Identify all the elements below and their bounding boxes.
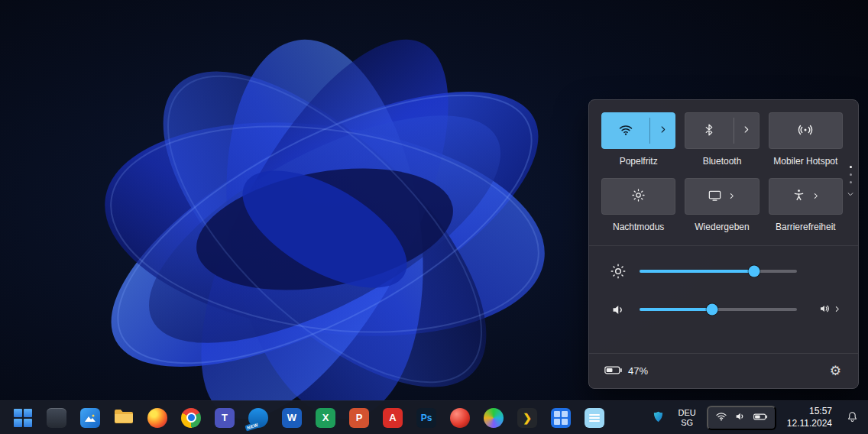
outlook-new-badge: NEW: [245, 421, 260, 431]
accessibility-tile-label: Barrierefreiheit: [769, 222, 843, 233]
chevron-right-icon: [833, 304, 841, 316]
outlook-button[interactable]: NEW: [245, 404, 272, 432]
start-button[interactable]: [9, 404, 37, 432]
cast-tile-label: Wiedergeben: [685, 222, 759, 233]
battery-percent-label: 47%: [628, 365, 648, 377]
pinned-app-grid[interactable]: [547, 404, 575, 432]
hotspot-tile-label: Mobiler Hotspot: [769, 156, 843, 167]
chevron-right-icon: [658, 125, 668, 137]
color-sphere-app-icon: [484, 408, 504, 428]
folder-icon: [114, 408, 134, 427]
bluetooth-toggle-button[interactable]: [685, 113, 733, 148]
clock-tray-button[interactable]: 15:57 12.11.2024: [784, 403, 835, 432]
volume-slider-thumb[interactable]: [706, 304, 717, 316]
wifi-icon: [618, 122, 633, 140]
excel-button[interactable]: X: [312, 404, 339, 432]
volume-slider-fill: [640, 308, 712, 311]
bluetooth-tile-label: Bluetooth: [685, 156, 759, 167]
quick-settings-panel: Popelfritz Bluetooth: [588, 99, 859, 389]
pinned-app-red-sphere[interactable]: [446, 404, 474, 432]
volume-speaker-icon: [609, 302, 627, 318]
night-mode-icon: [631, 188, 646, 205]
audio-output-icon: [818, 302, 832, 318]
word-button[interactable]: W: [278, 404, 306, 432]
brightness-slider-fill: [640, 270, 754, 273]
powerpoint-button[interactable]: P: [345, 404, 373, 432]
clock: 15:57 12.11.2024: [787, 406, 832, 429]
pinned-app-photos[interactable]: [76, 404, 104, 432]
taskbar-pinned-apps: T NEW W X P A Ps ❯: [9, 404, 608, 432]
keyboard-layout-indicator[interactable]: DEU SG: [675, 405, 699, 430]
excel-icon: X: [316, 408, 335, 428]
volume-slider[interactable]: [640, 308, 797, 311]
security-shield-icon: [652, 410, 665, 426]
teams-button[interactable]: T: [211, 404, 238, 432]
volume-row: [589, 290, 858, 329]
photoshop-button[interactable]: Ps: [413, 404, 440, 432]
windows-security-tray-button[interactable]: [649, 407, 668, 429]
window-app-icon: [47, 408, 66, 428]
grid-app-icon: [551, 408, 571, 428]
brightness-sun-icon: [609, 263, 627, 280]
photos-icon: [80, 408, 100, 428]
pager-expand-button[interactable]: [847, 189, 854, 200]
pinned-app-arrow[interactable]: ❯: [513, 404, 541, 432]
quick-setting-hotspot: Mobiler Hotspot: [769, 112, 843, 167]
accessibility-icon: [792, 188, 806, 205]
chevron-right-icon: [727, 191, 736, 202]
night-mode-toggle-button[interactable]: [602, 179, 675, 214]
cast-button[interactable]: [685, 179, 758, 214]
audio-output-select-button[interactable]: [817, 300, 843, 319]
clock-time: 15:57: [787, 406, 832, 418]
system-tray: DEU SG: [649, 403, 862, 432]
word-icon: W: [282, 408, 302, 428]
settings-gear-button[interactable]: ⚙: [825, 364, 846, 378]
notification-center-button[interactable]: [843, 407, 862, 429]
battery-status[interactable]: 47%: [604, 365, 648, 377]
quick-settings-tiles: Popelfritz Bluetooth: [589, 100, 858, 244]
file-explorer-button[interactable]: [110, 404, 138, 432]
battery-icon: [604, 365, 623, 377]
chrome-icon: [181, 408, 201, 428]
firefox-button[interactable]: [144, 404, 171, 432]
acrobat-icon: A: [383, 408, 403, 428]
pager-dot: [850, 166, 852, 168]
quick-settings-pager: [847, 166, 854, 200]
bluetooth-expand-button[interactable]: [734, 113, 759, 148]
wifi-expand-button[interactable]: [650, 113, 675, 148]
wifi-tray-icon: [715, 410, 727, 425]
battery-tray-icon: [753, 412, 768, 423]
accessibility-button[interactable]: [769, 179, 842, 214]
quick-settings-sliders: [589, 245, 858, 329]
quick-setting-cast: Wiedergeben: [685, 178, 759, 233]
pinned-app-color-sphere[interactable]: [480, 404, 507, 432]
pager-dot: [850, 173, 852, 176]
red-sphere-app-icon: [450, 408, 470, 428]
pinned-app-notes[interactable]: [581, 404, 608, 432]
brightness-slider[interactable]: [640, 270, 797, 273]
quick-setting-accessibility: Barrierefreiheit: [769, 178, 843, 233]
clock-date: 12.11.2024: [787, 418, 832, 430]
windows-logo-icon: [14, 409, 32, 427]
pager-dot: [850, 181, 852, 183]
wifi-toggle-button[interactable]: [602, 113, 649, 148]
keyboard-layout-label: DEU SG: [679, 408, 696, 427]
yellow-arrow-app-icon: ❯: [517, 408, 537, 428]
chevron-right-icon: [741, 125, 751, 137]
mobile-hotspot-icon: [798, 122, 813, 140]
pinned-app-dark-window[interactable]: [43, 404, 70, 432]
acrobat-button[interactable]: A: [379, 404, 406, 432]
chevron-down-icon: [847, 189, 854, 200]
brightness-row: [589, 252, 858, 290]
chrome-button[interactable]: [177, 404, 205, 432]
notification-bell-icon: [846, 410, 859, 426]
quick-settings-tray-button[interactable]: [707, 406, 776, 430]
notes-app-icon: [585, 408, 604, 428]
quick-setting-bluetooth: Bluetooth: [685, 112, 759, 167]
taskbar: T NEW W X P A Ps ❯: [0, 400, 868, 434]
brightness-slider-thumb[interactable]: [749, 266, 760, 277]
quick-setting-night-mode: Nachtmodus: [601, 178, 675, 233]
hotspot-toggle-button[interactable]: [769, 113, 842, 148]
teams-icon: T: [215, 408, 235, 428]
night-mode-tile-label: Nachtmodus: [601, 222, 675, 233]
